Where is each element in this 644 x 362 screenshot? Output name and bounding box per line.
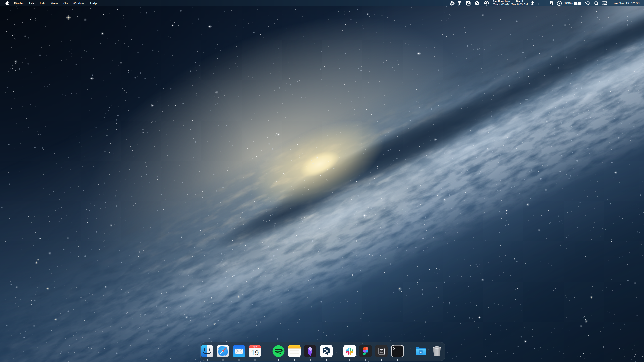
svg-text:19: 19 <box>251 349 259 357</box>
svg-text:NOV: NOV <box>253 346 257 348</box>
